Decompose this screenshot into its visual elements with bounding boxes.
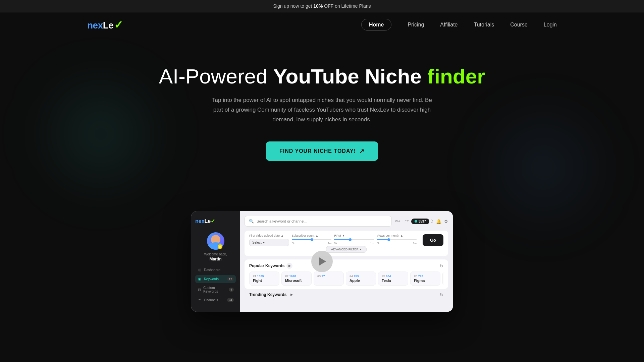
keyword-card-4[interactable]: #4 953 Apple	[346, 272, 376, 286]
filter-rpm-label: RPM ▼	[334, 234, 374, 237]
trending-refresh-icon[interactable]: ↻	[440, 292, 443, 297]
keyword-card-6[interactable]: #6 792 Figma	[410, 272, 440, 286]
keyword-card-1[interactable]: #1 1829 Fight	[249, 272, 279, 286]
nav-link-pricing[interactable]: Pricing	[408, 22, 424, 27]
banner-text-pre: Sign up now to get	[273, 3, 313, 9]
headline-bold: YouTube Niche	[273, 65, 427, 88]
nav-item-tutorials[interactable]: Tutorials	[474, 22, 494, 28]
subscriber-thumb[interactable]	[311, 238, 313, 241]
rpm-labels: 5k 1m	[334, 242, 374, 245]
subscriber-arrow-icon: ▲	[315, 234, 318, 237]
kw-rank-5: #5 634	[382, 275, 405, 278]
wallet-badge: 3537	[411, 219, 429, 224]
db-nav-keywords[interactable]: ◉ Keywords 12	[195, 275, 236, 283]
nav-item-affiliate[interactable]: Affiliate	[440, 22, 458, 28]
db-nav-dashboard[interactable]: ⊞ Dashboard	[195, 266, 236, 274]
nav-link-tutorials[interactable]: Tutorials	[474, 22, 494, 27]
nav-item-login[interactable]: Login	[544, 22, 557, 28]
logo: nexLe✓	[87, 18, 123, 31]
subscriber-range: 5k 1m	[292, 239, 332, 245]
db-filters: First video upload date ▲ Select ▾ Su	[245, 231, 448, 256]
db-logo-check: ✓	[211, 218, 215, 224]
keywords-icon: ◉	[197, 277, 202, 281]
keyword-card-5[interactable]: #5 634 Tesla	[378, 272, 408, 286]
kw-name-1: Fight	[253, 279, 276, 283]
kw-name-2: Microsoft	[285, 279, 308, 283]
db-icons: ☽ 🔔 ⚙	[429, 219, 448, 224]
views-labels: 5k 1m	[377, 242, 417, 245]
dashboard-preview: nexLe✓ ★ Welcome back, Martin ⊞ Dashboar…	[191, 211, 453, 312]
hero-section: AI-Powered YouTube Niche finder Tap into…	[0, 37, 644, 174]
nav-link-affiliate[interactable]: Affiliate	[440, 22, 458, 27]
keywords-section-header: Popular Keywords ▶ ↻	[249, 263, 443, 269]
headline-green: finder	[427, 65, 485, 88]
play-triangle-icon	[319, 257, 326, 265]
logo-lev: Le	[103, 20, 114, 31]
db-nav-custom-keywords[interactable]: ⊡ Custom Keywords 4	[195, 284, 236, 295]
search-icon: 🔍	[249, 219, 254, 224]
db-main-content: 🔍 WALLET 3537 ☽ 🔔 ⚙	[240, 211, 453, 312]
db-nav-dashboard-label: Dashboard	[204, 268, 220, 272]
logo-nex: nex	[87, 20, 103, 31]
filter-select[interactable]: Select ▾	[249, 239, 289, 246]
refresh-icon[interactable]: ↻	[440, 263, 443, 268]
wallet-label: WALLET	[395, 220, 409, 223]
nav-item-pricing[interactable]: Pricing	[408, 22, 424, 28]
go-button[interactable]: Go	[423, 234, 443, 246]
db-nav-channels[interactable]: ≡ Channels 24	[195, 296, 236, 304]
popular-keywords-title: Popular Keywords ▶	[249, 263, 292, 269]
kw-rank-3: #3 97	[317, 275, 340, 278]
subscriber-labels: 5k 1m	[292, 242, 332, 245]
nav-item-home[interactable]: Home	[361, 22, 391, 28]
db-nav-custom-label: Custom Keywords	[203, 286, 227, 293]
nav-link-course[interactable]: Course	[510, 22, 528, 27]
nav-link-login[interactable]: Login	[544, 22, 557, 27]
db-username: Martin	[195, 257, 236, 261]
advanced-filter-button[interactable]: ADVANCED FILTER ▾	[326, 246, 367, 253]
popular-keywords-icon: ▶	[286, 263, 292, 269]
kw-name-5: Tesla	[382, 279, 405, 283]
kw-rank-1: #1 1829	[253, 275, 276, 278]
filter-subscriber: Subscriber count ▲ 5k 1m	[292, 234, 332, 246]
hero-headline: AI-Powered YouTube Niche finder	[7, 64, 637, 89]
rpm-thumb[interactable]	[349, 238, 352, 241]
keyword-card-2[interactable]: #2 1678 Microsoft	[281, 272, 312, 286]
theme-toggle-icon[interactable]: ☽	[429, 219, 433, 224]
cta-label: FIND YOUR NICHE TODAY!	[279, 148, 356, 154]
play-button[interactable]	[311, 251, 333, 272]
subscriber-track	[292, 239, 332, 240]
db-nav-channels-label: Channels	[204, 298, 218, 302]
db-welcome-text: Welcome back,	[195, 252, 236, 256]
dashboard-icon: ⊞	[197, 268, 202, 272]
db-advanced-filter: ADVANCED FILTER ▾	[249, 246, 443, 253]
filter-arrow-icon: ▲	[281, 234, 284, 237]
keyword-card-3[interactable]: #3 97	[314, 272, 344, 286]
db-logo-nex: nex	[195, 218, 205, 224]
nav-item-course[interactable]: Course	[510, 22, 528, 28]
subscriber-fill	[292, 239, 312, 240]
db-filter-row: First video upload date ▲ Select ▾ Su	[249, 234, 443, 246]
db-logo-lev: Le	[205, 218, 211, 224]
kw-name-6: Figma	[414, 279, 437, 283]
trending-icon: ▶	[288, 292, 294, 298]
hero-description: Tap into the power of AI to spot untappe…	[208, 96, 436, 125]
notification-icon[interactable]: 🔔	[436, 219, 441, 224]
kw-name-4: Apple	[350, 279, 372, 283]
channels-badge: 24	[227, 298, 234, 302]
views-fill	[377, 239, 389, 240]
kw-rank-6: #6 792	[414, 275, 437, 278]
channels-icon: ≡	[197, 298, 202, 302]
settings-icon[interactable]: ⚙	[444, 219, 448, 224]
db-search-row: 🔍 WALLET 3537 ☽ 🔔 ⚙	[245, 216, 448, 227]
keyword-card-7[interactable]: #7 Fig	[442, 272, 443, 286]
trending-title: Trending Keywords ▶	[249, 292, 294, 298]
cta-button[interactable]: FIND YOUR NICHE TODAY! ↗	[266, 141, 378, 161]
banner-highlight: 10%	[313, 3, 323, 9]
banner-text-post: OFF on Lifetime Plans	[323, 3, 371, 9]
db-search-bar[interactable]: 🔍	[245, 216, 392, 227]
search-input[interactable]	[257, 219, 387, 223]
nav-link-home[interactable]: Home	[361, 19, 391, 31]
db-sidebar: nexLe✓ ★ Welcome back, Martin ⊞ Dashboar…	[191, 211, 240, 312]
filter-rpm: RPM ▼ 5k 1m	[334, 234, 374, 246]
views-thumb[interactable]	[387, 238, 390, 241]
